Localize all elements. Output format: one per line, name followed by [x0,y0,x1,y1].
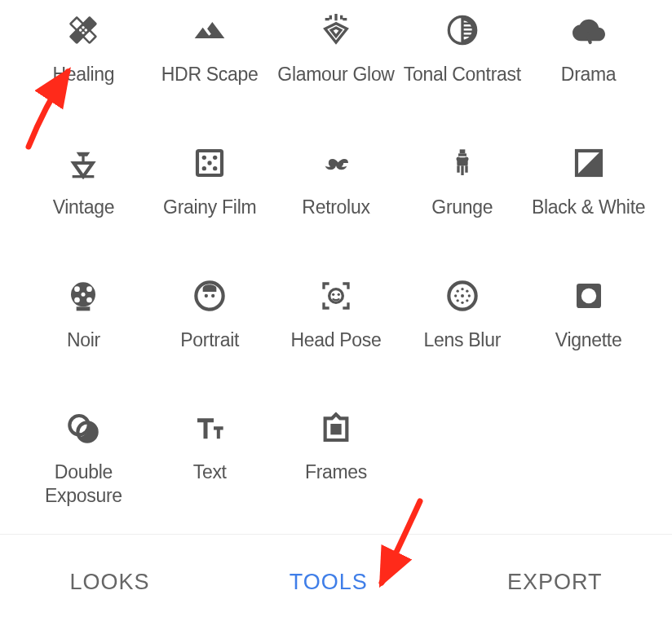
tool-label: Glamour Glow [277,63,394,86]
tool-retrolux[interactable]: Retrolux [277,145,396,245]
tonal-contrast-icon [444,12,480,48]
tool-black-white[interactable]: Black & White [529,145,648,245]
frames-icon [318,410,354,446]
svg-point-35 [466,299,468,302]
tools-grid: Healing HDR Scape Glamour Glow Tonal Con… [0,0,672,534]
svg-point-29 [461,301,463,303]
tool-grunge[interactable]: Grunge [403,145,521,245]
svg-point-23 [211,293,214,297]
tool-head-pose[interactable]: Head Pose [277,278,396,378]
tool-double-exposure[interactable]: Double Exposure [24,410,143,534]
double-exposure-icon [65,410,101,446]
svg-point-22 [205,293,208,297]
tool-label: Retrolux [302,196,369,219]
tool-label: Frames [305,460,367,484]
svg-point-5 [208,161,212,165]
landscape-icon [192,12,228,48]
svg-point-15 [75,286,81,292]
grainy-film-icon [192,145,228,181]
tool-vignette[interactable]: Vignette [529,278,648,378]
svg-rect-12 [457,157,467,165]
vintage-icon [65,145,101,181]
svg-rect-20 [77,306,91,311]
portrait-icon [192,278,228,314]
grunge-icon [444,145,480,181]
text-icon [192,410,228,446]
svg-rect-1 [73,175,95,178]
vignette-icon [571,278,607,314]
drama-icon [571,12,607,48]
tool-noir[interactable]: Noir [24,278,143,378]
tool-grainy-film[interactable]: Grainy Film [151,145,269,245]
tool-label: Grunge [431,196,493,219]
tool-frames[interactable]: Frames [277,410,396,534]
tool-glamour-glow[interactable]: Glamour Glow [277,12,396,112]
svg-point-38 [581,288,595,302]
tool-tonal-contrast[interactable]: Tonal Contrast [403,12,521,112]
svg-point-6 [202,166,206,170]
tool-label: Grainy Film [163,196,256,219]
bottom-tab-bar: LOOKS TOOLS EXPORT [0,534,672,630]
tool-label: Vignette [555,328,622,352]
svg-point-7 [213,166,217,170]
glamour-glow-icon [318,12,354,48]
svg-point-36 [461,294,464,297]
tool-label: Head Pose [290,328,381,352]
tool-vintage[interactable]: Vintage [24,145,143,245]
svg-point-32 [456,289,458,292]
black-white-icon [571,145,607,181]
tool-label: Text [193,460,227,484]
svg-point-4 [213,155,217,159]
tool-label: Tonal Contrast [404,63,521,86]
svg-point-16 [87,286,93,292]
svg-rect-41 [330,424,341,434]
tool-lens-blur[interactable]: Lens Blur [403,278,521,378]
tool-label: Lens Blur [424,328,501,352]
healing-icon [65,12,101,48]
head-pose-icon [318,278,354,314]
svg-point-33 [466,289,468,292]
svg-point-26 [338,293,340,295]
tool-drama[interactable]: Drama [529,12,648,112]
tool-label: Vintage [53,196,115,219]
noir-icon [65,278,101,314]
svg-point-34 [456,299,458,302]
tool-label: HDR Scape [161,63,259,86]
svg-point-18 [87,297,93,302]
tool-label: Black & White [532,196,645,219]
tool-label: Drama [561,63,617,86]
tab-export[interactable]: EXPORT [507,570,603,595]
tab-tools[interactable]: TOOLS [290,570,368,595]
retrolux-icon [318,145,354,181]
tool-label: Double Exposure [24,460,143,508]
svg-rect-9 [458,153,466,156]
tab-looks[interactable]: LOOKS [70,570,150,595]
tool-portrait[interactable]: Portrait [151,278,269,378]
svg-point-30 [454,294,457,297]
svg-point-3 [202,155,206,159]
tool-text[interactable]: Text [151,410,269,534]
tool-label: Portrait [180,328,239,352]
svg-point-31 [467,294,470,297]
svg-point-28 [461,288,463,290]
svg-rect-8 [459,149,465,153]
svg-point-25 [332,293,334,295]
tool-hdr-scape[interactable]: HDR Scape [151,12,269,112]
tool-healing[interactable]: Healing [24,12,143,112]
svg-point-17 [75,297,81,302]
svg-point-19 [82,292,86,296]
tool-label: Healing [52,63,114,86]
tool-label: Noir [67,328,100,352]
lens-blur-icon [444,278,480,314]
